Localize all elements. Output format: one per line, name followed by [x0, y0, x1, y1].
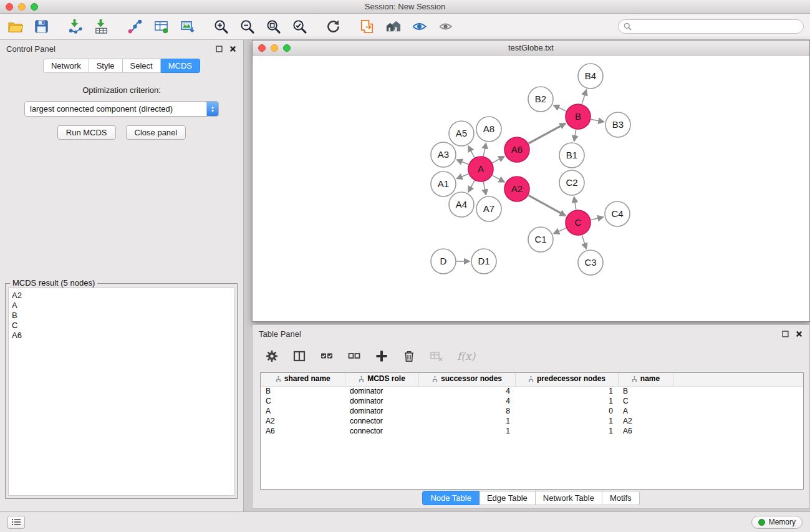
tab-select[interactable]: Select [123, 59, 161, 73]
graph-node-B1[interactable]: B1 [559, 143, 584, 168]
result-item[interactable]: A6 [12, 331, 231, 341]
show-panels-button[interactable] [7, 516, 25, 529]
table-settings-button[interactable] [265, 348, 279, 364]
graph-edge-A-A6[interactable] [493, 157, 504, 163]
graph-node-A1[interactable]: A1 [431, 172, 456, 196]
cell-shared_name[interactable]: B [261, 386, 345, 396]
import-table-button[interactable] [92, 18, 110, 36]
cell-shared_name[interactable]: A2 [261, 416, 345, 426]
graph-edge-A-A5[interactable] [468, 146, 475, 157]
tab-edge-table[interactable]: Edge Table [480, 491, 536, 505]
cell-name[interactable]: A2 [618, 416, 673, 426]
open-recent-button[interactable] [358, 18, 375, 36]
cell-mcds_role[interactable]: connector [345, 426, 418, 436]
tab-style[interactable]: Style [89, 59, 123, 73]
open-session-button[interactable] [6, 18, 24, 36]
table-row[interactable]: Bdominator41B [261, 386, 803, 396]
new-network-button[interactable] [126, 18, 143, 36]
cell-successor_nodes[interactable]: 1 [418, 426, 515, 436]
cell-successor_nodes[interactable]: 4 [418, 396, 515, 406]
graph-edge-A2-C[interactable] [528, 195, 566, 216]
optimization-criterion-select[interactable]: largest connected component (directed) ▲… [24, 101, 219, 117]
cell-predecessor_nodes[interactable]: 1 [515, 396, 618, 406]
graph-node-D[interactable]: D [431, 249, 456, 274]
graph-edge-B-B3[interactable] [591, 119, 604, 122]
float-table-panel-icon[interactable] [781, 329, 789, 338]
save-session-button[interactable] [32, 18, 50, 36]
cell-shared_name[interactable]: A [261, 406, 345, 416]
function-builder-button[interactable]: f(x) [457, 348, 475, 364]
column-header-successor_nodes[interactable]: successor nodes [418, 373, 515, 386]
graph-node-A8[interactable]: A8 [476, 117, 501, 142]
delete-table-button[interactable] [430, 348, 443, 364]
graph-node-A4[interactable]: A4 [449, 192, 474, 217]
tab-mcds[interactable]: MCDS [161, 59, 200, 73]
graph-node-A5[interactable]: A5 [449, 121, 474, 146]
run-mcds-button[interactable]: Run MCDS [57, 125, 116, 140]
cell-name[interactable]: B [618, 386, 673, 396]
graph-node-C4[interactable]: C4 [605, 201, 630, 226]
memory-button[interactable]: Memory [751, 516, 803, 529]
minimize-network-window-button[interactable] [271, 44, 278, 52]
cell-shared_name[interactable]: A6 [261, 426, 345, 436]
cell-predecessor_nodes[interactable]: 1 [515, 426, 618, 436]
cell-name[interactable]: A [618, 406, 673, 416]
cell-mcds_role[interactable]: dominator [345, 406, 418, 416]
zoom-fit-button[interactable] [264, 18, 282, 36]
close-table-panel-icon[interactable] [794, 329, 803, 338]
table-row[interactable]: A2connector11A2 [261, 416, 803, 426]
graph-node-B3[interactable]: B3 [605, 112, 630, 137]
delete-rows-button[interactable] [402, 348, 416, 364]
graph-node-D1[interactable]: D1 [471, 249, 496, 274]
graph-edge-B-B2[interactable] [554, 105, 566, 111]
close-panel-icon[interactable] [228, 44, 237, 53]
graph-node-B4[interactable]: B4 [578, 64, 603, 89]
graph-node-B2[interactable]: B2 [528, 87, 553, 112]
column-header-name[interactable]: name [618, 373, 673, 386]
column-header-predecessor_nodes[interactable]: predecessor nodes [515, 373, 618, 386]
table-row[interactable]: A6connector11A6 [261, 426, 803, 436]
graph-edge-A-A4[interactable] [468, 180, 475, 191]
graph-edge-B-B4[interactable] [582, 90, 586, 104]
graph-node-B[interactable]: B [566, 104, 591, 129]
hide-graphics-details-button[interactable] [436, 18, 454, 36]
select-all-rows-button[interactable] [320, 348, 334, 364]
graph-edge-A-A7[interactable] [483, 182, 486, 195]
graph-edge-C-C3[interactable] [582, 235, 586, 249]
cell-shared_name[interactable]: C [261, 396, 345, 406]
tab-motifs[interactable]: Motifs [602, 491, 640, 505]
graph-node-A[interactable]: A [468, 157, 493, 181]
result-item[interactable]: A [12, 301, 231, 311]
close-network-window-button[interactable] [258, 44, 266, 52]
add-row-button[interactable] [375, 348, 388, 364]
graph-edge-A6-B[interactable] [529, 123, 566, 143]
zoom-in-button[interactable] [212, 18, 229, 36]
graph-edge-A-A3[interactable] [457, 160, 469, 164]
graph-node-A7[interactable]: A7 [476, 196, 501, 221]
table-row[interactable]: Cdominator41C [261, 396, 803, 406]
graph-node-C2[interactable]: C2 [559, 170, 584, 195]
new-network-table-button[interactable] [152, 18, 170, 36]
result-item[interactable]: B [12, 311, 231, 321]
cell-mcds_role[interactable]: connector [345, 416, 418, 426]
column-header-shared_name[interactable]: shared name [261, 373, 345, 386]
refresh-layout-button[interactable] [324, 18, 342, 36]
close-panel-button[interactable]: Close panel [126, 125, 186, 140]
import-network-button[interactable] [66, 18, 84, 36]
search-box[interactable] [618, 19, 804, 34]
cell-successor_nodes[interactable]: 8 [418, 406, 515, 416]
minimize-window-button[interactable] [18, 3, 26, 11]
cell-mcds_role[interactable]: dominator [345, 386, 418, 396]
result-item[interactable]: A2 [12, 291, 231, 301]
search-input[interactable] [635, 22, 798, 31]
table-row[interactable]: Adominator80A [261, 406, 803, 416]
zoom-out-button[interactable] [238, 18, 256, 36]
column-header-mcds_role[interactable]: MCDS role [345, 373, 418, 386]
mcds-result-list[interactable]: A2ABCA6 [8, 288, 234, 496]
graph-node-C1[interactable]: C1 [528, 227, 553, 252]
cell-successor_nodes[interactable]: 4 [418, 386, 515, 396]
cell-name[interactable]: C [618, 396, 673, 406]
tab-node-table[interactable]: Node Table [422, 491, 480, 505]
close-window-button[interactable] [6, 3, 13, 11]
graph-edge-C-C2[interactable] [574, 197, 576, 210]
